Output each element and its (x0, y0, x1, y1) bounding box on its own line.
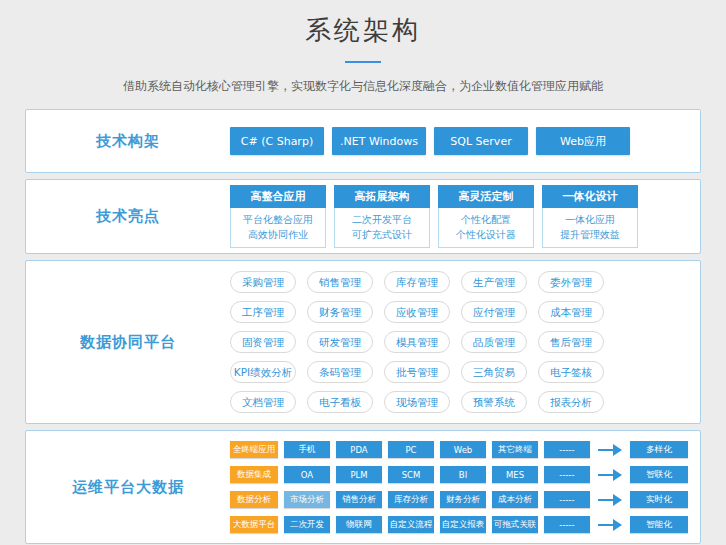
architecture-diagram: 技术构架 C# (C Sharp) .NET Windows SQL Serve… (25, 109, 701, 544)
section-label-data-platform: 数据协同平台 (26, 333, 230, 352)
highlight-card-body: 平台化整合应用 高效协同作业 (230, 208, 326, 248)
ops-item-chip: SCM (388, 466, 434, 483)
section-ops-platform: 运维平台大数据 全终端应用 手机 PDA PC Web 其它终端 ----- 多… (25, 430, 701, 544)
ops-item-chip: PLM (336, 466, 382, 483)
ops-item-chip: 二次开发 (284, 516, 330, 533)
highlight-card-title: 高整合应用 (230, 185, 326, 208)
highlight-card: 一体化设计 一体化应用 提升管理效益 (542, 185, 638, 248)
ops-item-chip: 财务分析 (440, 491, 486, 508)
tech-highlight-cards: 高整合应用 平台化整合应用 高效协同作业 高拓展架构 二次开发平台 可扩充式设计… (230, 180, 638, 253)
highlight-line: 高效协同作业 (231, 227, 325, 242)
ops-item-chip: 手机 (284, 441, 330, 458)
ops-result-chip: 实时化 (630, 491, 688, 508)
highlight-card-title: 一体化设计 (542, 185, 638, 208)
module-chip: 财务管理 (307, 301, 373, 323)
ops-result-chip: 多样化 (630, 441, 688, 458)
ops-item-chip: 库存分析 (388, 491, 434, 508)
module-chip: 文档管理 (230, 391, 296, 413)
section-label-tech-framework: 技术构架 (26, 132, 230, 151)
module-chip: 电子看板 (307, 391, 373, 413)
module-chip: 应付管理 (461, 301, 527, 323)
module-chip: 采购管理 (230, 271, 296, 293)
highlight-card: 高整合应用 平台化整合应用 高效协同作业 (230, 185, 326, 248)
ops-item-chip: 成本分析 (492, 491, 538, 508)
module-chip: 售后管理 (538, 331, 604, 353)
section-label-tech-highlights: 技术亮点 (26, 207, 230, 226)
ops-platform-rows: 全终端应用 手机 PDA PC Web 其它终端 ----- 多样化 数据集成 … (230, 431, 688, 543)
tech-chip: .NET Windows (332, 127, 426, 155)
module-chip: KPI绩效分析 (230, 361, 296, 383)
right-arrow-icon (598, 519, 622, 531)
ops-category-badge: 大数据平台 (230, 516, 278, 533)
module-chip: 应收管理 (384, 301, 450, 323)
module-chip: 条码管理 (307, 361, 373, 383)
module-chip: 现场管理 (384, 391, 450, 413)
tech-chip: SQL Server (434, 127, 528, 155)
highlight-line: 个性化配置 (439, 212, 533, 227)
ops-category-badge: 全终端应用 (230, 441, 278, 458)
ops-row: 大数据平台 二次开发 物联网 自定义流程 自定义报表 可拖式关联 ----- 智… (230, 516, 688, 533)
section-tech-framework: 技术构架 C# (C Sharp) .NET Windows SQL Serve… (25, 109, 701, 173)
section-data-platform: 数据协同平台 采购管理 销售管理 库存管理 生产管理 委外管理 工序管理 财务管… (25, 260, 701, 424)
ops-item-chip: OA (284, 466, 330, 483)
tech-chip: Web应用 (536, 127, 630, 155)
module-chip: 库存管理 (384, 271, 450, 293)
highlight-card: 高拓展架构 二次开发平台 可扩充式设计 (334, 185, 430, 248)
ops-item-chip: MES (492, 466, 538, 483)
module-chip: 固资管理 (230, 331, 296, 353)
page-header: 系统架构 借助系统自动化核心管理引擎，实现数字化与信息化深度融合，为企业数值化管… (0, 0, 726, 95)
highlight-card-body: 二次开发平台 可扩充式设计 (334, 208, 430, 248)
ops-item-chip: 自定义报表 (440, 516, 486, 533)
module-chip: 三角贸易 (461, 361, 527, 383)
ops-item-chip: 可拖式关联 (492, 516, 538, 533)
tech-chip: C# (C Sharp) (230, 127, 324, 155)
highlight-line: 平台化整合应用 (231, 212, 325, 227)
module-chip: 工序管理 (230, 301, 296, 323)
module-chip: 预警系统 (461, 391, 527, 413)
highlight-card-title: 高拓展架构 (334, 185, 430, 208)
ops-item-chip: 其它终端 (492, 441, 538, 458)
module-chip: 研发管理 (307, 331, 373, 353)
ops-item-chip: ----- (544, 441, 590, 458)
highlight-card: 高灵活定制 个性化配置 个性化设计器 (438, 185, 534, 248)
ops-row: 全终端应用 手机 PDA PC Web 其它终端 ----- 多样化 (230, 441, 688, 458)
ops-item-chip: 物联网 (336, 516, 382, 533)
module-chip: 委外管理 (538, 271, 604, 293)
highlight-card-body: 一体化应用 提升管理效益 (542, 208, 638, 248)
highlight-card-title: 高灵活定制 (438, 185, 534, 208)
title-divider (345, 61, 381, 63)
ops-item-chip: PDA (336, 441, 382, 458)
module-chip: 销售管理 (307, 271, 373, 293)
module-chip: 报表分析 (538, 391, 604, 413)
ops-result-chip: 智能化 (630, 516, 688, 533)
ops-item-chip: BI (440, 466, 486, 483)
module-chip: 电子签核 (538, 361, 604, 383)
highlight-line: 一体化应用 (543, 212, 637, 227)
ops-item-chip: ----- (544, 491, 590, 508)
ops-category-badge: 数据集成 (230, 466, 278, 483)
ops-row: 数据集成 OA PLM SCM BI MES ----- 智联化 (230, 466, 688, 483)
highlight-line: 个性化设计器 (439, 227, 533, 242)
highlight-line: 二次开发平台 (335, 212, 429, 227)
page-title: 系统架构 (0, 13, 726, 48)
ops-row: 数据分析 市场分析 销售分析 库存分析 财务分析 成本分析 ----- 实时化 (230, 491, 688, 508)
tech-framework-items: C# (C Sharp) .NET Windows SQL Server Web… (230, 110, 630, 172)
ops-item-chip: PC (388, 441, 434, 458)
module-chip: 生产管理 (461, 271, 527, 293)
module-chip: 批号管理 (384, 361, 450, 383)
ops-item-chip: Web (440, 441, 486, 458)
ops-item-chip: ----- (544, 466, 590, 483)
page-subtitle: 借助系统自动化核心管理引擎，实现数字化与信息化深度融合，为企业数值化管理应用赋能 (0, 78, 726, 95)
data-platform-grid: 采购管理 销售管理 库存管理 生产管理 委外管理 工序管理 财务管理 应收管理 … (230, 261, 608, 423)
ops-item-chip: ----- (544, 516, 590, 533)
ops-result-chip: 智联化 (630, 466, 688, 483)
section-tech-highlights: 技术亮点 高整合应用 平台化整合应用 高效协同作业 高拓展架构 二次开发平台 可… (25, 179, 701, 254)
ops-item-chip: 销售分析 (336, 491, 382, 508)
highlight-line: 提升管理效益 (543, 227, 637, 242)
highlight-card-body: 个性化配置 个性化设计器 (438, 208, 534, 248)
right-arrow-icon (598, 494, 622, 506)
module-chip: 成本管理 (538, 301, 604, 323)
module-chip: 品质管理 (461, 331, 527, 353)
right-arrow-icon (598, 469, 622, 481)
right-arrow-icon (598, 444, 622, 456)
